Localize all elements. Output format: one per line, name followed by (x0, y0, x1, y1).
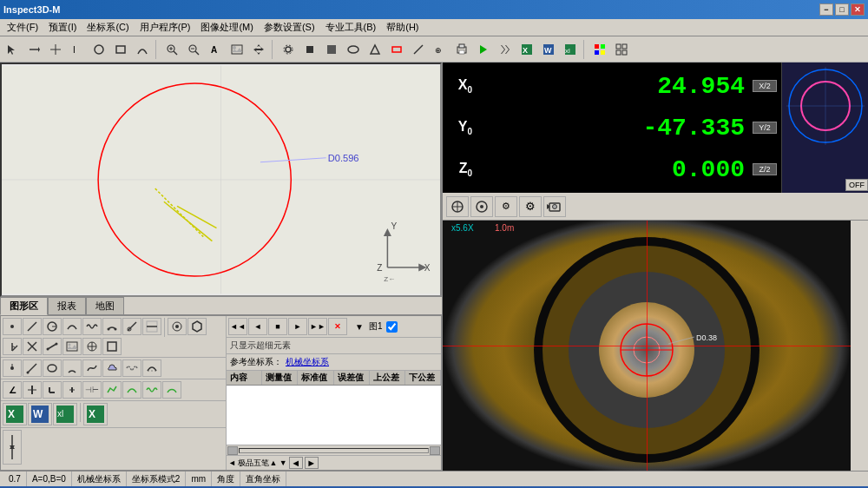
tool-excel3[interactable]: X (83, 403, 108, 425)
tool-xlsx2[interactable]: xl (53, 403, 77, 425)
tool-target2[interactable] (82, 338, 102, 355)
menu-file[interactable]: 文件(F) (2, 19, 43, 36)
z-half-btn[interactable]: Z/2 (753, 163, 777, 175)
tool-settings2[interactable] (168, 318, 187, 335)
menu-user-prog[interactable]: 用户程序(P) (135, 19, 196, 36)
tool-square2[interactable] (102, 338, 122, 355)
tb-excel[interactable]: X (516, 39, 537, 60)
tb-print[interactable] (451, 39, 472, 60)
minimize-button[interactable]: − (819, 3, 833, 16)
mode-btn2[interactable]: ► (305, 457, 319, 469)
tool-word2[interactable]: W (28, 403, 52, 425)
tool-num1[interactable]: ∠ (3, 381, 22, 399)
tool-arc5[interactable] (142, 359, 161, 377)
tb-zoom-in[interactable] (161, 39, 182, 60)
y-half-btn[interactable]: Y/2 (753, 122, 777, 134)
menu-preset[interactable]: 预置(I) (43, 19, 82, 36)
tb-square[interactable] (321, 39, 342, 60)
tb-arc[interactable] (132, 39, 153, 60)
tool-arc2[interactable] (62, 318, 82, 335)
tb-move[interactable] (248, 39, 269, 60)
tb-crosshair[interactable] (45, 39, 66, 60)
tab-graphics[interactable]: 图形区 (0, 297, 48, 315)
x-half-btn[interactable]: X/2 (753, 80, 777, 92)
tool-hex[interactable] (187, 318, 207, 335)
tb-select[interactable] (2, 39, 23, 60)
tb-run2[interactable] (495, 39, 516, 60)
menu-help[interactable]: 帮助(H) (381, 19, 424, 36)
maximize-button[interactable]: □ (835, 3, 849, 16)
tab-map[interactable]: 地图 (86, 297, 124, 314)
tb-shape4[interactable] (408, 39, 429, 60)
tool-wave[interactable] (82, 318, 102, 335)
tab-report[interactable]: 报表 (48, 297, 86, 314)
prev-btn[interactable]: ◄ (248, 318, 267, 335)
tool-spline[interactable] (82, 359, 102, 377)
icon-cam-btn[interactable] (543, 196, 566, 217)
tool-ellipse[interactable] (43, 359, 62, 377)
tool-wave2[interactable] (122, 359, 141, 377)
tool-num4[interactable] (62, 381, 82, 399)
tb-zoom-out[interactable] (183, 39, 204, 60)
tb-xlsx[interactable]: xl (560, 39, 581, 60)
item-checkbox[interactable] (386, 321, 398, 333)
tool-image2[interactable] (62, 338, 82, 355)
tb-arrow[interactable] (23, 39, 44, 60)
tool-polyline[interactable] (102, 381, 122, 399)
tool-arc3[interactable] (102, 318, 122, 335)
tb-rect[interactable] (110, 39, 131, 60)
tb-run[interactable] (473, 39, 494, 60)
tool-cross[interactable] (23, 338, 42, 355)
tool-line[interactable] (23, 318, 42, 335)
tool-scan[interactable] (142, 318, 161, 335)
menu-coords[interactable]: 坐标系(C) (82, 19, 134, 36)
mode-btn[interactable]: ◄ (289, 457, 303, 469)
last-btn[interactable]: ►► (308, 318, 327, 335)
menu-param-set[interactable]: 参数设置(S) (259, 19, 320, 36)
menu-pro-tools[interactable]: 专业工具(B) (320, 19, 382, 36)
tool-point[interactable] (3, 318, 22, 335)
tb-shape3[interactable] (386, 39, 407, 60)
tb-stop[interactable] (299, 39, 320, 60)
tb-shape2[interactable] (365, 39, 385, 60)
tool-line2[interactable] (23, 359, 42, 377)
off-button[interactable]: OFF (845, 179, 868, 191)
tb-color[interactable] (589, 39, 610, 60)
tool-curve[interactable] (122, 381, 141, 399)
delete-btn[interactable]: ✕ (328, 318, 347, 335)
viewport[interactable]: D0.596 X Y Z Z← (0, 63, 442, 297)
tool-arc6[interactable] (162, 381, 181, 399)
tb-shape1[interactable] (343, 39, 364, 60)
icon-gear-btn[interactable]: ⚙ (495, 196, 517, 217)
pause-btn[interactable]: ■ (268, 318, 287, 335)
tool-gap[interactable]: ⊣⊢ (82, 381, 102, 399)
tool-wave3[interactable] (142, 381, 161, 399)
tb-fullscreen[interactable] (611, 39, 632, 60)
tool-cloud[interactable] (102, 359, 122, 377)
tool-angle[interactable] (3, 338, 22, 355)
tool-circle2[interactable] (43, 318, 62, 335)
tool-excel2[interactable]: X (3, 403, 27, 425)
tb-word[interactable]: W (538, 39, 559, 60)
next-btn[interactable]: ► (288, 318, 307, 335)
tool-vert[interactable] (3, 430, 22, 465)
close-button[interactable]: ✕ (851, 3, 865, 16)
tb-circle[interactable] (89, 39, 109, 60)
tb-shape5[interactable]: ⊕ (430, 39, 450, 60)
icon-circle-btn[interactable] (446, 196, 469, 217)
tool-arc4[interactable] (62, 359, 82, 377)
tool-dist[interactable] (43, 338, 62, 355)
menu-image-proc[interactable]: 图像处理(M) (195, 19, 259, 36)
icon-target-btn[interactable] (470, 196, 493, 217)
tb-text[interactable]: A (205, 39, 226, 60)
tb-image[interactable] (227, 39, 247, 60)
icon-gear2-btn[interactable]: ⚙ (519, 196, 542, 217)
tb-cursor[interactable]: I (67, 39, 88, 60)
coord-system-link[interactable]: 机械坐标系 (286, 356, 329, 368)
tool-measure[interactable] (122, 318, 141, 335)
tool-num3[interactable] (43, 381, 62, 399)
h-scrollbar[interactable] (227, 445, 441, 455)
tb-settings[interactable] (278, 39, 299, 60)
tool-pt2[interactable] (3, 359, 22, 377)
play-btn[interactable]: ◄◄ (228, 318, 247, 335)
